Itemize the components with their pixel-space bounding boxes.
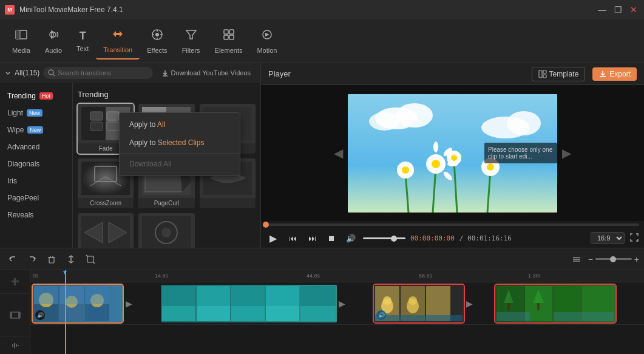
svg-point-52: [402, 166, 409, 174]
video-clip-3[interactable]: 🔊: [374, 285, 464, 322]
video-clip-2[interactable]: [161, 285, 337, 322]
zoom-slider[interactable]: [595, 258, 632, 260]
undo-button[interactable]: [5, 251, 21, 267]
clip3-vol-icon: 🔊: [376, 310, 386, 320]
trans-arrow-2[interactable]: ▶: [339, 299, 345, 308]
all-count-label: All(115): [15, 69, 39, 77]
toolbar-elements[interactable]: Elements: [208, 23, 250, 59]
svg-rect-119: [554, 312, 614, 321]
trans-arrow-1[interactable]: ▶: [126, 299, 132, 308]
crop-button[interactable]: [83, 251, 98, 267]
collapse-icon[interactable]: [5, 70, 11, 76]
toolbar-motion[interactable]: Motion: [249, 23, 284, 59]
toolbar-text[interactable]: T Text: [69, 25, 96, 57]
section-title: Trending: [78, 87, 256, 104]
cat-wipe[interactable]: Wipe New: [0, 121, 72, 138]
progress-bar-area[interactable]: [261, 221, 644, 228]
clip2-svg: [161, 285, 337, 322]
transition-thumb-extra2[interactable]: [138, 213, 194, 248]
toolbar-effects-label: Effects: [147, 47, 167, 54]
add-track-icon[interactable]: [11, 277, 19, 286]
search-input[interactable]: [58, 69, 130, 77]
cat-light[interactable]: Light New: [0, 104, 72, 121]
svg-rect-115: [507, 303, 510, 310]
zoom-in-icon[interactable]: +: [634, 254, 639, 264]
redo-button[interactable]: [24, 251, 40, 267]
cat-trending[interactable]: Trending Hot: [0, 87, 72, 104]
cat-reveals-label: Reveals: [7, 211, 33, 219]
toolbar-effects[interactable]: Effects: [140, 23, 174, 59]
minimize-button[interactable]: —: [597, 4, 608, 15]
svg-point-43: [396, 103, 433, 128]
track-options-button[interactable]: [569, 251, 585, 267]
next-arrow[interactable]: ▶: [557, 141, 576, 165]
template-button[interactable]: Template: [532, 67, 586, 81]
audio-icon: [47, 28, 60, 44]
transition-thumb-extra1[interactable]: [78, 213, 134, 248]
add-track-label: [0, 270, 30, 294]
svg-rect-63: [49, 257, 54, 263]
download-youtube-btn[interactable]: Download YouTube Videos: [157, 67, 256, 79]
cat-diagonals-label: Diagonals: [7, 160, 39, 168]
cat-iris-label: Iris: [7, 177, 17, 185]
svg-rect-21: [90, 112, 103, 120]
zoom-out-icon[interactable]: −: [588, 254, 593, 264]
export-button[interactable]: Export: [592, 67, 637, 81]
app-icon: M: [5, 5, 15, 15]
playhead[interactable]: [65, 270, 66, 354]
export-icon: [598, 70, 607, 78]
apply-to-all-item[interactable]: Apply to All: [120, 115, 240, 134]
cat-advanced[interactable]: Advanced: [0, 138, 72, 155]
svg-rect-38: [539, 70, 542, 78]
play-button[interactable]: ▶: [266, 231, 280, 245]
progress-track[interactable]: [266, 223, 639, 226]
svg-point-61: [447, 162, 458, 166]
svg-rect-77: [10, 312, 12, 318]
toolbar-media[interactable]: Media: [5, 23, 38, 59]
svg-point-59: [433, 141, 438, 152]
zoom-controls: − +: [588, 254, 639, 264]
toolbar-transition[interactable]: Transition: [96, 22, 140, 60]
cat-diagonals[interactable]: Diagonals: [0, 155, 72, 172]
volume-button[interactable]: 🔊: [344, 231, 358, 245]
video-clip-4[interactable]: [495, 285, 615, 322]
toolbar-filters[interactable]: Filters: [175, 23, 208, 59]
prev-arrow[interactable]: ◀: [329, 141, 348, 165]
next-frame-button[interactable]: ⏭: [305, 231, 319, 245]
cat-pagepeel[interactable]: PagePeel: [0, 189, 72, 206]
timeline-track-labels: [0, 270, 30, 354]
timeline-tracks-area: 0s 14.6s 44.6s 56.5s 1.3m: [30, 270, 644, 354]
video-clip-1[interactable]: 🔊: [33, 285, 123, 322]
volume-slider[interactable]: [363, 237, 405, 239]
svg-rect-118: [497, 312, 530, 321]
trans-arrow-3[interactable]: ▶: [466, 299, 473, 308]
context-menu: Apply to All Apply to Selected Clips Dow…: [119, 112, 240, 176]
elements-icon: [222, 28, 236, 44]
time-current: 00:00:00:00: [410, 234, 455, 242]
split-button[interactable]: [63, 251, 79, 267]
svg-rect-98: [266, 306, 299, 321]
aspect-ratio-select[interactable]: 16:9: [591, 232, 625, 244]
prev-frame-button[interactable]: ⏮: [285, 231, 300, 245]
restore-button[interactable]: ❐: [612, 4, 623, 15]
cat-wipe-badge: New: [27, 126, 43, 134]
stop-button[interactable]: ⏹: [324, 231, 339, 245]
cat-iris[interactable]: Iris: [0, 172, 72, 189]
cat-reveals[interactable]: Reveals: [0, 206, 72, 223]
close-button[interactable]: ✕: [628, 4, 639, 15]
media-icon: [15, 28, 28, 44]
toolbar-audio[interactable]: Audio: [38, 23, 69, 59]
delete-button[interactable]: [44, 251, 59, 267]
svg-rect-88: [85, 286, 109, 304]
video-area: ◀: [261, 85, 644, 221]
svg-rect-24: [107, 122, 119, 131]
template-icon: [538, 70, 547, 78]
cat-light-label: Light: [7, 109, 23, 117]
toolbar-elements-label: Elements: [215, 47, 243, 54]
export-label: Export: [609, 70, 631, 78]
svg-line-70: [93, 262, 95, 264]
apply-to-selected-item[interactable]: Apply to Selected Clips: [120, 134, 240, 152]
fullscreen-button[interactable]: [629, 233, 639, 244]
volume-thumb[interactable]: [391, 236, 397, 242]
progress-handle[interactable]: [263, 222, 269, 228]
